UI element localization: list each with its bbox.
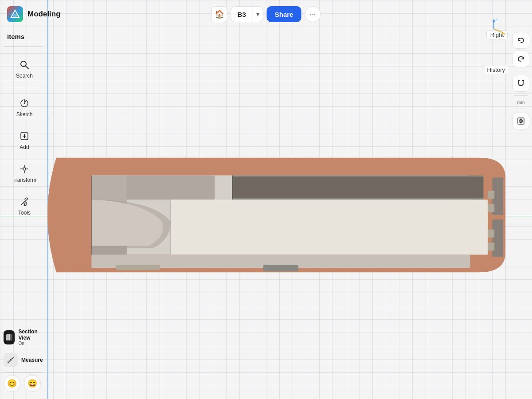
section-view-title: Section View [18, 329, 44, 341]
model-canvas[interactable] [47, 151, 510, 279]
svg-rect-9 [492, 219, 503, 257]
measure-button[interactable]: Measure [0, 349, 48, 371]
sidebar-item-add[interactable]: Add [4, 125, 45, 156]
svg-point-26 [24, 103, 25, 104]
svg-point-30 [23, 168, 26, 170]
transform-icon [18, 163, 31, 175]
sidebar-item-tools[interactable]: Tools [4, 190, 45, 221]
transform-label: Transform [12, 177, 36, 183]
top-bar: Modeling 🏠 B3 ▾ Share ··· [0, 0, 532, 28]
measure-label: Measure [21, 357, 43, 363]
home-button[interactable]: 🏠 [211, 6, 227, 22]
unit-label: mm [517, 100, 525, 105]
view3d-button[interactable] [512, 113, 529, 129]
items-divider [4, 47, 43, 47]
tools-label: Tools [18, 210, 31, 216]
svg-rect-14 [263, 265, 298, 271]
toolbar-divider-3 [514, 109, 528, 109]
breadcrumb-label: B3 [231, 11, 252, 18]
svg-rect-11 [488, 204, 494, 212]
bottom-icons: 😊 😄 [4, 375, 41, 392]
undo-button[interactable] [512, 32, 529, 49]
sketch-label: Sketch [16, 111, 33, 117]
share-button[interactable]: Share [267, 6, 301, 22]
svg-rect-13 [488, 243, 494, 251]
svg-rect-12 [488, 230, 494, 238]
app-title: Modeling [27, 10, 61, 19]
items-header: Items [0, 28, 49, 45]
redo-button[interactable] [512, 51, 529, 67]
bottom-section-panel: Section View On Measure [0, 321, 48, 375]
svg-rect-10 [488, 191, 494, 199]
search-icon [18, 59, 31, 71]
bottom-divider-1 [5, 323, 43, 323]
sidebar-item-search[interactable]: Search [4, 53, 45, 84]
history-label[interactable]: History [485, 66, 508, 74]
toolbar-divider-2 [514, 95, 528, 96]
search-label: Search [16, 73, 33, 79]
sidebar-divider-1 [7, 88, 42, 88]
add-icon [18, 130, 31, 142]
svg-rect-7 [232, 177, 483, 198]
sidebar-item-transform[interactable]: Transform [4, 157, 45, 188]
svg-rect-48 [6, 334, 9, 340]
svg-rect-20 [13, 14, 17, 17]
section-view-icon [4, 330, 15, 344]
sketch-icon [18, 97, 31, 110]
app-logo [7, 6, 23, 22]
add-label: Add [20, 144, 29, 150]
bottom-divider-2 [5, 372, 43, 373]
measure-icon [4, 353, 18, 367]
nav-center: 🏠 B3 ▾ Share ··· [211, 6, 321, 22]
breadcrumb-group: B3 ▾ [231, 6, 263, 22]
svg-rect-15 [116, 265, 160, 270]
reaction-button[interactable]: 😄 [24, 375, 41, 392]
section-view-button[interactable]: Section View On [0, 325, 48, 349]
breadcrumb-chevron-icon[interactable]: ▾ [252, 7, 263, 22]
viewport [0, 0, 532, 399]
section-view-status: On [18, 341, 44, 346]
right-toolbar: mm [510, 28, 532, 399]
svg-text:Y: Y [503, 32, 506, 36]
tools-icon [18, 196, 31, 208]
emoji-button[interactable]: 😊 [4, 375, 20, 392]
svg-rect-5 [171, 200, 488, 254]
toolbar-divider-1 [514, 71, 528, 71]
items-label: Items [7, 33, 24, 40]
svg-line-22 [26, 66, 29, 69]
magnet-button[interactable] [512, 75, 529, 92]
more-options-button[interactable]: ··· [305, 6, 321, 22]
sidebar-item-sketch[interactable]: Sketch [4, 92, 45, 123]
